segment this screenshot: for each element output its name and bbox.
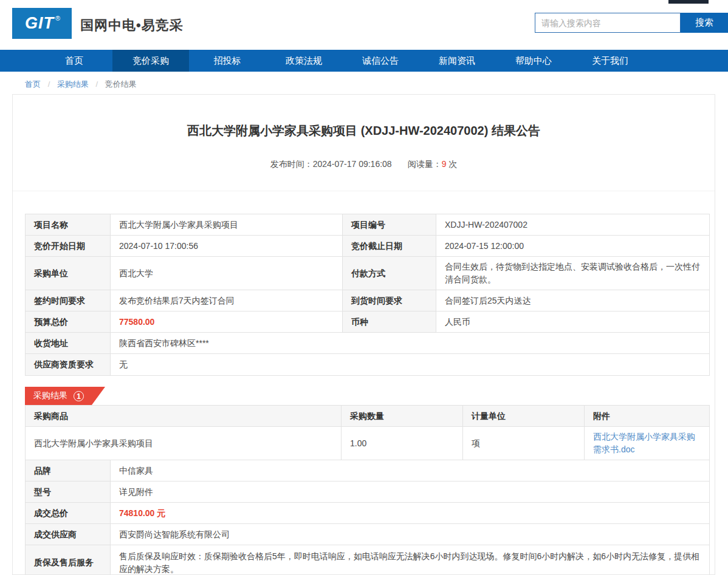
field-value: 合同签订后25天内送达 [436, 290, 710, 311]
field-label: 竞价截止日期 [343, 236, 436, 257]
nav-tab-integrity-notices[interactable]: 诚信公告 [342, 50, 419, 72]
breadcrumb: 首页 / 采购结果 / 竞价结果 [0, 72, 728, 94]
views-count: 9 [442, 159, 447, 169]
logo-text: GIT [25, 14, 54, 33]
field-value: XDJJ-HW-202407002 [436, 214, 710, 236]
field-value: 西北大学附属小学家具采购项目 [111, 214, 343, 236]
table-row: 项目名称 西北大学附属小学家具采购项目 项目编号 XDJJ-HW-2024070… [26, 214, 710, 236]
project-info-table: 项目名称 西北大学附属小学家具采购项目 项目编号 XDJJ-HW-2024070… [25, 214, 710, 376]
breadcrumb-procurement-results[interactable]: 采购结果 [57, 80, 89, 89]
search-input[interactable] [535, 13, 681, 33]
field-value: 中信家具 [111, 460, 710, 481]
column-header: 采购商品 [26, 406, 342, 427]
product-quantity: 1.00 [342, 427, 463, 460]
publish-time-value: 2024-07-17 09:16:08 [313, 159, 392, 169]
table-row: 成交总价 74810.00 元 [26, 503, 710, 524]
search-button[interactable]: 搜索 [681, 13, 728, 33]
field-value: 西安爵尚达智能系统有限公司 [111, 524, 710, 545]
breadcrumb-home[interactable]: 首页 [25, 80, 41, 89]
table-row: 质保及售后服务 售后质保及响应时效：质保期验收合格后5年，即时电话响应，如电话响… [26, 545, 710, 575]
field-label: 到货时间要求 [343, 290, 436, 311]
ribbon-count-badge: 1 [74, 391, 84, 401]
field-value: 无 [111, 354, 710, 376]
breadcrumb-separator: / [96, 80, 98, 89]
views-unit: 次 [448, 159, 457, 169]
field-label: 供应商资质要求 [26, 354, 111, 376]
column-header: 附件 [585, 406, 710, 427]
procurement-result-ribbon: 采购结果 1 [25, 387, 105, 405]
nav-tab-policies[interactable]: 政策法规 [266, 50, 342, 72]
registered-mark-icon: ® [55, 15, 60, 22]
field-label: 币种 [343, 311, 436, 333]
field-label: 成交总价 [26, 503, 111, 524]
field-value: 详见附件 [111, 481, 710, 503]
field-label: 项目名称 [26, 214, 111, 236]
field-value: 2024-07-10 17:00:56 [111, 236, 343, 257]
field-label: 项目编号 [343, 214, 436, 236]
column-header: 采购数量 [342, 406, 463, 427]
procurement-result-table: 采购商品 采购数量 计量单位 附件 西北大学附属小学家具采购项目 1.00 项 … [25, 405, 710, 575]
site-title: 国网中电•易竞采 [80, 16, 184, 35]
field-value: 售后质保及响应时效：质保期验收合格后5年，即时电话响应，如电话响应无法解决6小时… [111, 545, 710, 575]
nav-tab-home[interactable]: 首页 [36, 50, 112, 72]
field-value: 人民币 [436, 311, 710, 333]
table-row: 西北大学附属小学家具采购项目 1.00 项 西北大学附属小学家具采购需求书.do… [26, 427, 710, 460]
table-row: 品牌 中信家具 [26, 460, 710, 481]
field-label: 型号 [26, 481, 111, 503]
nav-tab-news[interactable]: 新闻资讯 [419, 50, 495, 72]
table-row: 预算总价 77580.00 币种 人民币 [26, 311, 710, 333]
top-right-dark-strip [668, 0, 709, 4]
table-row: 竞价开始日期 2024-07-10 17:00:56 竞价截止日期 2024-0… [26, 236, 710, 257]
views-label: 阅读量： [408, 159, 442, 169]
field-label: 品牌 [26, 460, 111, 481]
nav-tab-tenders[interactable]: 招投标 [189, 50, 266, 72]
budget-total-value: 77580.00 [111, 311, 343, 333]
announcement-meta: 发布时间：2024-07-17 09:16:08阅读量：9 次 [13, 158, 715, 170]
field-label: 收货地址 [26, 333, 111, 354]
table-row: 签约时间要求 发布竞价结果后7天内签订合同 到货时间要求 合同签订后25天内送达 [26, 290, 710, 311]
field-label: 付款方式 [343, 257, 436, 290]
search-bar: 搜索 [535, 13, 728, 33]
field-value: 合同生效后，待货物到达指定地点、安装调试验收合格后，一次性付清合同货款。 [436, 257, 710, 290]
top-bar: GIT ® 国网中电•易竞采 搜索 [0, 0, 728, 50]
main-nav: 首页 竞价采购 招投标 政策法规 诚信公告 新闻资讯 帮助中心 关于我们 [0, 50, 728, 72]
field-label: 竞价开始日期 [26, 236, 111, 257]
column-header: 计量单位 [463, 406, 585, 427]
nav-tab-help-center[interactable]: 帮助中心 [495, 50, 572, 72]
announcement-header: 西北大学附属小学家具采购项目 (XDJJ-HW-202407002) 结果公告 … [13, 95, 715, 170]
publish-time-label: 发布时间： [270, 159, 313, 169]
breadcrumb-separator: / [48, 80, 50, 89]
product-unit: 项 [463, 427, 585, 460]
nav-tab-about-us[interactable]: 关于我们 [572, 50, 648, 72]
git-logo[interactable]: GIT ® [12, 8, 72, 39]
attachment-link[interactable]: 西北大学附属小学家具采购需求书.doc [593, 432, 695, 454]
ribbon-label: 采购结果 [33, 390, 67, 401]
table-row: 采购单位 西北大学 付款方式 合同生效后，待货物到达指定地点、安装调试验收合格后… [26, 257, 710, 290]
field-value: 发布竞价结果后7天内签订合同 [111, 290, 343, 311]
table-row: 收货地址 陕西省西安市碑林区**** [26, 333, 710, 354]
field-value: 陕西省西安市碑林区**** [111, 333, 710, 354]
breadcrumb-bidding-results: 竞价结果 [105, 80, 137, 89]
field-label: 成交供应商 [26, 524, 111, 545]
field-label: 签约时间要求 [26, 290, 111, 311]
nav-tab-bidding-procurement[interactable]: 竞价采购 [112, 50, 189, 72]
product-name: 西北大学附属小学家具采购项目 [26, 427, 342, 460]
field-label: 预算总价 [26, 311, 111, 333]
table-row: 供应商资质要求 无 [26, 354, 710, 376]
table-row: 型号 详见附件 [26, 481, 710, 503]
page-title: 西北大学附属小学家具采购项目 (XDJJ-HW-202407002) 结果公告 [13, 121, 715, 140]
field-label: 采购单位 [26, 257, 111, 290]
announcement-panel: 西北大学附属小学家具采购项目 (XDJJ-HW-202407002) 结果公告 … [12, 94, 715, 575]
field-value: 2024-07-15 12:00:00 [436, 236, 710, 257]
table-header-row: 采购商品 采购数量 计量单位 附件 [26, 406, 710, 427]
field-value: 西北大学 [111, 257, 343, 290]
final-price-value: 74810.00 元 [111, 503, 710, 524]
field-label: 质保及售后服务 [26, 545, 111, 575]
table-row: 成交供应商 西安爵尚达智能系统有限公司 [26, 524, 710, 545]
